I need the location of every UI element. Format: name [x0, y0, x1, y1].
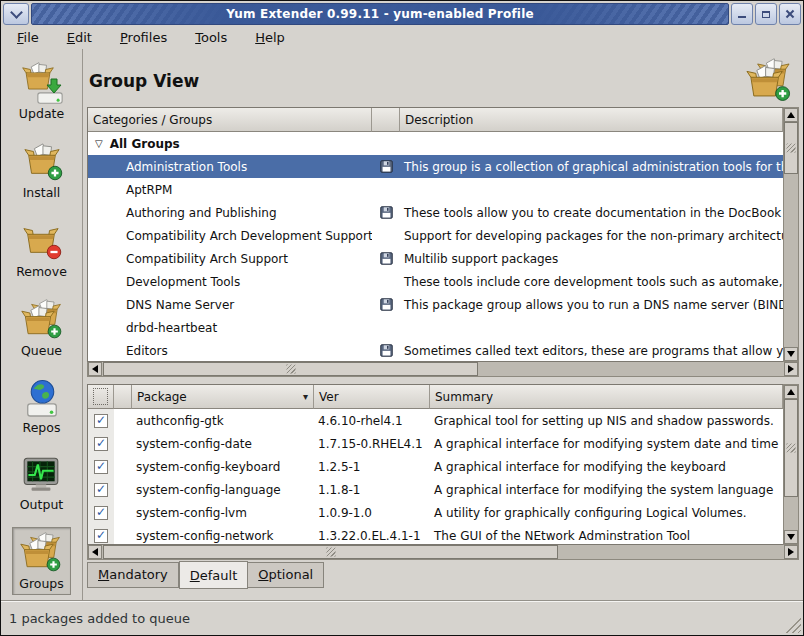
column-package[interactable]: Package: [132, 385, 314, 409]
sidebar-item-update[interactable]: Update: [12, 57, 71, 125]
scroll-left-button[interactable]: [88, 545, 102, 559]
scroll-right-button[interactable]: [784, 362, 798, 376]
package-summary: Graphical tool for setting up NIS and sh…: [430, 414, 783, 428]
package-row[interactable]: system-config-lvm 1.0.9-1.0 A utility fo…: [88, 501, 783, 524]
group-row[interactable]: drbd-heartbeat: [88, 316, 783, 339]
group-row[interactable]: Development Tools These tools include co…: [88, 270, 783, 293]
package-summary: A graphical interface for modifying syst…: [430, 437, 783, 451]
package-row[interactable]: system-config-network 1.3.22.0.EL.4.1-1 …: [88, 524, 783, 544]
scroll-thumb[interactable]: [103, 545, 558, 559]
package-checkbox[interactable]: [94, 437, 108, 451]
package-checkbox[interactable]: [94, 529, 108, 543]
down-arrow-icon: [787, 351, 795, 357]
column-categories-groups[interactable]: Categories / Groups: [88, 108, 372, 132]
menu-profiles[interactable]: Profiles: [110, 28, 177, 47]
titlebar[interactable]: Yum Extender 0.99.11 - yum-enabled Profi…: [3, 3, 801, 25]
maximize-button[interactable]: [755, 3, 777, 25]
menu-edit[interactable]: Edit: [57, 28, 102, 47]
package-table-header: Package Ver Summary: [88, 385, 783, 409]
group-row[interactable]: DNS Name Server This package group allow…: [88, 293, 783, 316]
package-table: Package Ver Summary: [87, 384, 783, 545]
group-description: Support for developing packages for the …: [400, 229, 783, 243]
window-title: Yum Extender 0.99.11 - yum-enabled Profi…: [32, 4, 728, 24]
group-label: AptRPM: [126, 183, 172, 197]
package-checkbox[interactable]: [94, 506, 108, 520]
group-row[interactable]: Authoring and Publishing These tools all…: [88, 201, 783, 224]
package-checkbox[interactable]: [94, 483, 108, 497]
scroll-right-button[interactable]: [784, 545, 798, 559]
sidebar-item-queue[interactable]: Queue: [13, 294, 71, 362]
output-icon: [20, 454, 62, 496]
scroll-thumb[interactable]: [103, 362, 478, 376]
window-controls: [731, 3, 801, 25]
floppy-icon: [380, 298, 393, 311]
package-checkbox[interactable]: [94, 414, 108, 428]
group-row[interactable]: All Groups: [88, 132, 783, 155]
groups-icon: [19, 531, 63, 575]
package-horizontal-scrollbar[interactable]: [87, 545, 799, 560]
package-row[interactable]: system-config-keyboard 1.2.5-1 A graphic…: [88, 455, 783, 478]
floppy-icon: [380, 344, 393, 357]
statusbar: 1 packages added to queue: [1, 600, 803, 635]
package-vertical-scrollbar[interactable]: [783, 384, 799, 545]
close-button[interactable]: [779, 3, 801, 25]
tab-mandatory[interactable]: Mandatory: [87, 562, 179, 588]
sidebar-item-repos[interactable]: Repos: [14, 373, 70, 439]
group-horizontal-scrollbar[interactable]: [87, 362, 799, 377]
minimize-button[interactable]: [731, 3, 753, 25]
column-ver[interactable]: Ver: [314, 385, 430, 409]
sidebar-item-output[interactable]: Output: [13, 450, 70, 516]
menu-file[interactable]: File: [7, 28, 49, 47]
column-select[interactable]: [88, 385, 114, 409]
menu-tools[interactable]: Tools: [185, 28, 237, 47]
group-label: Compatibility Arch Support: [126, 252, 288, 266]
column-summary[interactable]: Summary: [430, 385, 783, 409]
app-window: Yum Extender 0.99.11 - yum-enabled Profi…: [0, 0, 804, 636]
scroll-trough[interactable]: [102, 362, 784, 376]
tab-optional[interactable]: Optional: [248, 562, 324, 588]
group-row[interactable]: AptRPM: [88, 178, 783, 201]
group-row[interactable]: Compatibility Arch Support Multilib supp…: [88, 247, 783, 270]
window-menu-button[interactable]: [3, 3, 29, 25]
tab-default[interactable]: Default: [179, 561, 249, 589]
right-arrow-icon: [788, 365, 794, 373]
close-icon: [785, 9, 795, 19]
floppy-icon: [380, 206, 393, 219]
sort-descending-icon: [303, 391, 308, 402]
repos-icon: [21, 377, 63, 419]
scroll-trough[interactable]: [784, 399, 798, 530]
column-description[interactable]: Description: [400, 108, 783, 132]
sidebar-item-install[interactable]: Install: [13, 136, 71, 204]
package-row[interactable]: system-config-language 1.1.8-1 A graphic…: [88, 478, 783, 501]
package-row[interactable]: system-config-date 1.7.15-0.RHEL4.1 A gr…: [88, 432, 783, 455]
scroll-up-button[interactable]: [784, 108, 798, 122]
group-vertical-scrollbar[interactable]: [783, 107, 799, 362]
scroll-trough[interactable]: [102, 545, 784, 559]
group-row[interactable]: Editors Sometimes called text editors, t…: [88, 339, 783, 361]
column-group-icon[interactable]: [372, 108, 400, 132]
select-all-box: [93, 388, 108, 405]
menu-help[interactable]: Help: [245, 28, 295, 47]
sidebar-item-groups[interactable]: Groups: [12, 527, 71, 595]
group-row[interactable]: Administration Tools This group is a col…: [88, 155, 783, 178]
scroll-left-button[interactable]: [88, 362, 102, 376]
groups-add-icon: [745, 57, 793, 105]
titlebar-stripes: Yum Extender 0.99.11 - yum-enabled Profi…: [31, 3, 729, 25]
package-checkbox[interactable]: [94, 460, 108, 474]
group-row[interactable]: Compatibility Arch Development Support S…: [88, 224, 783, 247]
package-row[interactable]: authconfig-gtk 4.6.10-rhel4.1 Graphical …: [88, 409, 783, 432]
scroll-thumb[interactable]: [784, 122, 798, 174]
maximize-icon: [762, 11, 770, 18]
package-name: system-config-keyboard: [132, 460, 314, 474]
main-panel: Group View Categories / Groups Descripti…: [83, 49, 803, 600]
group-description: These tools allow you to create document…: [400, 206, 783, 220]
scroll-thumb[interactable]: [784, 399, 798, 497]
expander-icon[interactable]: [95, 139, 103, 149]
scroll-up-button[interactable]: [784, 385, 798, 399]
scroll-down-button[interactable]: [784, 347, 798, 361]
scroll-trough[interactable]: [784, 122, 798, 347]
sidebar-item-remove[interactable]: Remove: [9, 215, 74, 283]
column-flag[interactable]: [114, 385, 132, 409]
resize-grip-icon[interactable]: [785, 617, 801, 633]
scroll-down-button[interactable]: [784, 530, 798, 544]
